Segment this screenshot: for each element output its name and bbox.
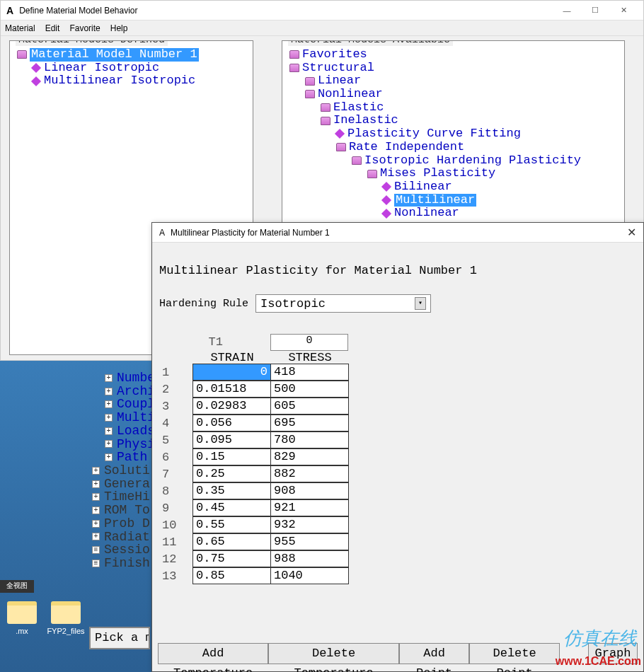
- strain-cell[interactable]: 0.65: [192, 533, 271, 550]
- bg-tree-item[interactable]: +Prob D: [92, 517, 155, 531]
- bg-tree-item[interactable]: +ROM To: [92, 504, 155, 517]
- row-number: 3: [159, 398, 193, 415]
- tree-isotropic-hardening[interactable]: Isotropic Hardening Plasticity: [289, 154, 617, 168]
- stress-cell[interactable]: 695: [270, 415, 349, 431]
- data-table: T1 0 STRAIN STRESS 1041820.0151850030.02…: [159, 334, 636, 585]
- menu-favorite[interactable]: Favorite: [69, 23, 100, 33]
- diamond-icon: [31, 76, 41, 86]
- bg-tree-item[interactable]: ≡Sessio: [92, 543, 155, 557]
- strain-cell[interactable]: 0.095: [192, 431, 271, 448]
- strain-cell[interactable]: 0.45: [192, 499, 271, 516]
- strain-cell[interactable]: 0.35: [192, 482, 271, 499]
- stress-cell[interactable]: 780: [270, 431, 349, 448]
- bg-tree-item[interactable]: +Numbe: [92, 371, 155, 385]
- tree-curve-fitting[interactable]: Plasticity Curve Fitting: [289, 127, 617, 141]
- tree-bilinear[interactable]: Bilinear: [289, 180, 617, 194]
- row-number: 12: [159, 551, 193, 568]
- bg-tree-item[interactable]: +Loads: [92, 424, 155, 438]
- strain-cell[interactable]: 0.75: [192, 550, 271, 567]
- stress-cell[interactable]: 418: [270, 364, 349, 381]
- expand-icon: +: [92, 467, 100, 475]
- menu-edit[interactable]: Edit: [45, 23, 60, 33]
- strain-cell[interactable]: 0: [192, 364, 271, 381]
- tree-elastic[interactable]: Elastic: [289, 101, 617, 115]
- maximize-button[interactable]: ☐: [581, 6, 609, 15]
- tree-structural[interactable]: Structural: [289, 62, 617, 75]
- tree-mises-plasticity[interactable]: Mises Plasticity: [289, 167, 617, 180]
- strain-cell[interactable]: 0.02983: [192, 398, 271, 415]
- diamond-icon: [335, 129, 345, 139]
- stress-cell[interactable]: 882: [270, 465, 349, 482]
- row-number: 4: [159, 415, 193, 432]
- minimize-button[interactable]: —: [553, 6, 581, 15]
- stress-cell[interactable]: 955: [270, 533, 349, 550]
- bg-tree-item[interactable]: +Coupl: [92, 398, 155, 411]
- bg-tree-item[interactable]: +TimeHi: [92, 490, 155, 504]
- tree-nonlinear[interactable]: Nonlinear: [289, 88, 617, 101]
- strain-cell[interactable]: 0.25: [192, 465, 271, 482]
- tree-nonlinear-leaf[interactable]: Nonlinear: [289, 207, 617, 220]
- strain-cell[interactable]: 0.55: [192, 516, 271, 533]
- stress-cell[interactable]: 932: [270, 516, 349, 533]
- col-strain: STRAIN: [193, 351, 271, 364]
- bg-tree-item[interactable]: +Archi: [92, 385, 155, 398]
- expand-icon: +: [105, 388, 113, 395]
- expand-icon: +: [92, 533, 100, 540]
- dialog-title: Multilinear Plasticity for Material Numb…: [171, 228, 330, 238]
- strain-cell[interactable]: 0.056: [192, 415, 271, 431]
- dropdown-arrow-icon: ▾: [415, 297, 426, 310]
- defined-multilinear-isotropic[interactable]: Multilinear Isotropic: [17, 74, 246, 88]
- folder-icon: [7, 601, 37, 624]
- add-point-button[interactable]: Add Point: [399, 643, 469, 664]
- bg-tree-item[interactable]: +Radiat: [92, 531, 155, 544]
- expand-icon: +: [92, 493, 100, 501]
- tree-linear[interactable]: Linear: [289, 74, 617, 88]
- strain-cell[interactable]: 0.15: [192, 448, 271, 465]
- menu-help[interactable]: Help: [110, 23, 128, 33]
- defined-material-root[interactable]: Material Model Number 1: [17, 48, 246, 62]
- hardening-rule-select[interactable]: Isotropic ▾: [255, 294, 431, 313]
- diamond-icon: [381, 209, 391, 219]
- multilinear-plasticity-dialog: A Multilinear Plasticity for Material Nu…: [151, 222, 644, 672]
- stress-cell[interactable]: 605: [270, 398, 349, 415]
- strain-cell[interactable]: 0.85: [192, 567, 271, 584]
- bg-tree-item[interactable]: +Multi: [92, 411, 155, 424]
- dialog-close-button[interactable]: ✕: [627, 226, 636, 239]
- delete-point-button[interactable]: Delete Point: [469, 643, 560, 664]
- ansys-icon: A: [159, 228, 165, 238]
- bg-tree-item[interactable]: +Soluti: [92, 464, 155, 477]
- tree-rate-independent[interactable]: Rate Independent: [289, 141, 617, 154]
- tree-multilinear[interactable]: Multilinear: [289, 194, 617, 207]
- defined-linear-isotropic[interactable]: Linear Isotropic: [17, 62, 246, 75]
- taskbar-thumb[interactable]: 全视图: [0, 580, 34, 593]
- bg-tree-item[interactable]: +Path: [92, 451, 155, 464]
- add-temperature-button[interactable]: Add Temperature: [158, 643, 268, 664]
- stress-cell[interactable]: 988: [270, 550, 349, 567]
- row-number: 7: [159, 466, 193, 483]
- desktop-folder-fyp2[interactable]: FYP2_files: [44, 601, 88, 635]
- stress-cell[interactable]: 908: [270, 482, 349, 499]
- stress-cell[interactable]: 921: [270, 499, 349, 516]
- folder-icon: [367, 170, 377, 178]
- defined-panel-label: Material Models Defined: [16, 40, 168, 46]
- tree-inelastic[interactable]: Inelastic: [289, 114, 617, 127]
- folder-icon: [321, 117, 330, 125]
- delete-temperature-button[interactable]: Delete Temperature: [268, 643, 399, 664]
- folder-icon: [289, 50, 299, 59]
- row-number: 2: [159, 381, 193, 398]
- bg-tree-item[interactable]: +Genera: [92, 477, 155, 491]
- temperature-value[interactable]: 0: [270, 334, 348, 351]
- stress-cell[interactable]: 500: [270, 381, 349, 398]
- folder-icon: [352, 156, 362, 165]
- strain-cell[interactable]: 0.01518: [192, 381, 271, 398]
- bg-tree-item[interactable]: ≡Finish: [92, 557, 155, 570]
- bg-tree-item[interactable]: +Physi: [92, 438, 155, 451]
- stress-cell[interactable]: 829: [270, 448, 349, 465]
- row-number: 9: [159, 500, 193, 517]
- stress-cell[interactable]: 1040: [270, 567, 349, 584]
- menu-material[interactable]: Material: [5, 23, 35, 33]
- close-button[interactable]: ✕: [609, 6, 638, 15]
- ansys-icon: A: [6, 5, 13, 16]
- tree-favorites[interactable]: Favorites: [289, 48, 617, 62]
- desktop-folder-mx[interactable]: .mx: [0, 601, 44, 635]
